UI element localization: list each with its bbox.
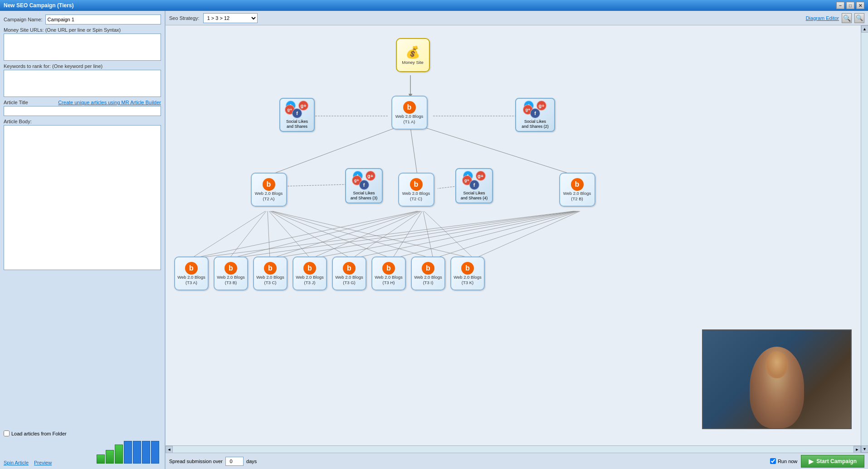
- money-urls-label: Money Site URLs: (One URL per line or Sp…: [4, 27, 161, 33]
- spread-days-input[interactable]: [225, 457, 244, 466]
- web20-t2c-label: Web 2.0 Blogs(T2 C): [402, 191, 430, 201]
- svg-line-17: [229, 211, 418, 259]
- svg-line-26: [270, 211, 575, 259]
- chart-bar-4: [124, 441, 132, 464]
- campaign-name-input[interactable]: [45, 15, 161, 24]
- svg-line-9: [229, 211, 266, 259]
- toolbar-right: Diagram Editor 🔍 🔍: [806, 13, 864, 23]
- node-web20-t3k[interactable]: b Web 2.0 Blogs(T3 K): [450, 256, 485, 290]
- blogger-icon-t3b: b: [224, 262, 237, 275]
- article-builder-link[interactable]: Create unique articles using MR Article …: [58, 100, 161, 105]
- svg-line-11: [269, 211, 311, 259]
- chart-bar-1: [97, 454, 105, 464]
- scroll-up-button[interactable]: ▲: [861, 25, 868, 33]
- h-scroll-track[interactable]: [173, 446, 853, 453]
- webcam-overlay: [702, 329, 852, 429]
- node-social-3[interactable]: t g+ g+ f Social Likesand Shares (3): [345, 168, 383, 203]
- blogger-icon-t3g: b: [343, 262, 356, 275]
- node-web20-t3c[interactable]: b Web 2.0 Blogs(T3 C): [253, 256, 288, 290]
- left-panel: Campaign Name: Money Site URLs: (One URL…: [0, 11, 166, 469]
- svg-line-29: [392, 211, 578, 259]
- campaign-name-label: Campaign Name:: [4, 17, 43, 22]
- start-campaign-label: Start Campaign: [816, 458, 857, 464]
- node-web20-t3i[interactable]: b Web 2.0 Blogs(T3 I): [410, 256, 446, 290]
- social-icons-1: t g+ g+ f: [285, 101, 309, 118]
- run-now-label: Run now: [778, 459, 797, 464]
- web20-t3i-label: Web 2.0 Blogs(T3 I): [414, 275, 442, 285]
- bottom-right: Run now ▶ Start Campaign: [770, 455, 864, 468]
- web20-t3c-label: Web 2.0 Blogs(T3 C): [256, 275, 284, 285]
- node-web20-t2a[interactable]: b Web 2.0 Blogs(T2 A): [249, 173, 288, 207]
- web20-t3k-label: Web 2.0 Blogs(T3 K): [454, 275, 482, 285]
- chart-bar-3: [115, 445, 123, 464]
- blogger-icon-t2b: b: [571, 178, 584, 191]
- run-now-checkbox[interactable]: [770, 458, 776, 464]
- scroll-down-button[interactable]: ▼: [861, 445, 868, 453]
- load-articles-row: Load articles from Folder: [4, 430, 161, 436]
- facebook-icon-2: f: [530, 108, 540, 118]
- article-title-input[interactable]: [4, 106, 161, 116]
- svg-line-30: [433, 211, 579, 259]
- node-web20-t2b[interactable]: b Web 2.0 Blogs(T2 B): [558, 173, 596, 207]
- start-campaign-button[interactable]: ▶ Start Campaign: [801, 455, 864, 468]
- svg-line-2: [410, 127, 417, 175]
- days-label: days: [246, 459, 257, 464]
- node-web20-t3g[interactable]: b Web 2.0 Blogs(T3 G): [332, 256, 367, 290]
- web20-t3b-label: Web 2.0 Blogs(T3 B): [217, 275, 245, 285]
- node-web20-t3a[interactable]: b Web 2.0 Blogs(T3 A): [174, 256, 209, 290]
- keywords-input[interactable]: [4, 70, 161, 97]
- person-head: [766, 351, 788, 378]
- node-social-4[interactable]: t g+ g+ f Social Likesand Shares (4): [455, 168, 493, 203]
- node-web20-t3b[interactable]: b Web 2.0 Blogs(T3 B): [213, 256, 249, 290]
- article-title-label: Article Title: [4, 100, 28, 105]
- keywords-label: Keywords to rank for: (One keyword per l…: [4, 63, 161, 69]
- chart-bar-5: [133, 441, 141, 464]
- article-body-input[interactable]: [4, 125, 161, 270]
- money-urls-row: Money Site URLs: (One URL per line or Sp…: [4, 27, 161, 61]
- svg-line-22: [423, 211, 433, 259]
- zoom-in-button[interactable]: 🔍: [842, 13, 852, 23]
- strategy-select[interactable]: 1 > 3 > 12 1 > 2 > 8 1 > 4 > 16 Custom: [203, 13, 258, 23]
- node-money-site[interactable]: 💰 Money Site: [395, 38, 431, 72]
- svg-line-31: [474, 211, 580, 259]
- web20-t2b-label: Web 2.0 Blogs(T2 B): [563, 191, 591, 201]
- chart-bar-6: [142, 441, 150, 464]
- node-web20-t1a[interactable]: b Web 2.0 Blogs(T1 A): [390, 96, 429, 130]
- right-toolbar: Seo Strategy: 1 > 3 > 12 1 > 2 > 8 1 > 4…: [166, 11, 868, 25]
- money-urls-input[interactable]: [4, 34, 161, 61]
- social-2-label: Social Likesand Shares (2): [522, 119, 549, 129]
- svg-line-21: [392, 211, 422, 259]
- node-web20-t3h[interactable]: b Web 2.0 Blogs(T3 H): [371, 256, 406, 290]
- spin-article-link[interactable]: Spin Article: [4, 460, 29, 465]
- blogger-icon-t2c: b: [410, 178, 423, 191]
- web20-t3h-label: Web 2.0 Blogs(T3 H): [375, 275, 403, 285]
- spread-label: Spread submission over: [169, 459, 223, 464]
- toolbar-left: Seo Strategy: 1 > 3 > 12 1 > 2 > 8 1 > 4…: [169, 13, 258, 23]
- v-scroll-track[interactable]: [861, 33, 868, 445]
- window-controls: – □ ✕: [836, 2, 864, 9]
- facebook-icon-3: f: [359, 180, 369, 190]
- svg-line-14: [272, 211, 433, 259]
- node-social-2[interactable]: t g+ g+ f Social Likesand Shares (2): [515, 98, 556, 132]
- blogger-icon-t3c: b: [264, 262, 277, 275]
- close-button[interactable]: ✕: [856, 2, 864, 9]
- bottom-left: Spread submission over days: [169, 457, 257, 466]
- load-articles-checkbox[interactable]: [4, 430, 10, 436]
- diagram-editor-link[interactable]: Diagram Editor: [806, 15, 839, 21]
- scroll-left-button[interactable]: ◄: [166, 446, 173, 453]
- svg-line-18: [270, 211, 419, 259]
- scroll-right-button[interactable]: ►: [853, 446, 861, 453]
- node-social-1[interactable]: t g+ g+ f Social Likesand Shares: [279, 98, 315, 132]
- campaign-name-row: Campaign Name:: [4, 15, 161, 24]
- maximize-button[interactable]: □: [846, 2, 854, 9]
- preview-link[interactable]: Preview: [34, 460, 52, 465]
- blogger-icon-t3i: b: [422, 262, 434, 275]
- node-web20-t2c[interactable]: b Web 2.0 Blogs(T2 C): [397, 173, 435, 207]
- article-body-row: Article Body:: [4, 119, 161, 428]
- minimize-button[interactable]: –: [836, 2, 844, 9]
- svg-line-3: [424, 127, 574, 175]
- zoom-out-button[interactable]: 🔍: [854, 13, 864, 23]
- diagram-viewport[interactable]: 💰 Money Site b Web 2.0 Blogs(T1 A): [166, 25, 861, 445]
- social-4-label: Social Likesand Shares (4): [461, 191, 488, 201]
- node-web20-t3j[interactable]: b Web 2.0 Blogs(T3 J): [292, 256, 327, 290]
